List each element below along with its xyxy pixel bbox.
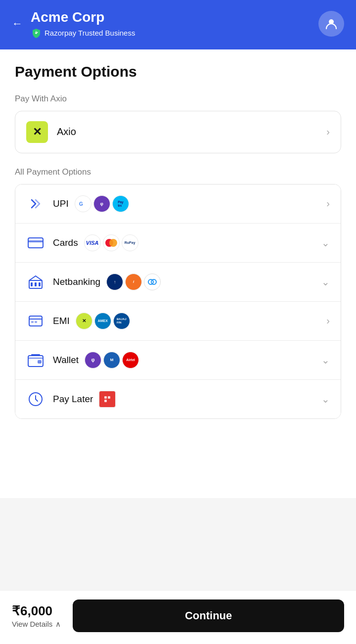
emi-icon [26, 312, 45, 330]
cards-logos: VISA RuPay [84, 234, 321, 251]
cards-label: Cards [53, 237, 78, 248]
footer: ₹6,000 View Details ∧ Continue [0, 590, 356, 644]
main-content: Payment Options Pay With Axio ✕ Axio › A… [0, 49, 356, 498]
mastercard-logo [103, 234, 120, 251]
axio-chevron-right: › [326, 126, 330, 138]
upi-label: UPI [53, 198, 69, 209]
wallet-airtel-logo: Airtel [122, 352, 139, 368]
axio-logo: ✕ [26, 121, 48, 143]
netbanking-icon [26, 273, 45, 291]
svg-rect-23 [104, 400, 107, 402]
svg-rect-22 [108, 396, 110, 399]
paylater-chevron: ⌄ [321, 393, 330, 405]
svg-rect-4 [28, 240, 43, 242]
all-payment-section-label: All Payment Options [15, 167, 341, 177]
svg-text:G: G [79, 201, 83, 207]
emi-amex-logo: AMEX [94, 313, 111, 329]
netbanking-label: Netbanking [53, 276, 100, 287]
continue-button[interactable]: Continue [73, 599, 344, 632]
svg-rect-3 [28, 238, 43, 248]
emi-bajaj-logo: BAJAJFIN [113, 313, 130, 329]
footer-amount: ₹6,000 [12, 603, 61, 619]
netbanking-logos: ↑ i [106, 274, 321, 290]
axio-label: Axio [57, 126, 326, 138]
paylater-lazypay-logo [99, 391, 116, 408]
upi-chevron: › [326, 198, 330, 209]
cards-icon [26, 233, 45, 252]
paylater-logos [99, 391, 321, 408]
header: ← Acme Corp Razorpay Trusted Business [0, 0, 356, 49]
paylater-label: Pay Later [53, 394, 93, 405]
user-icon [324, 17, 338, 31]
wallet-payment-row[interactable]: Wallet φ M Airtel ⌄ [15, 341, 341, 380]
nb-other-logo [144, 274, 161, 290]
wallet-label: Wallet [53, 355, 79, 366]
cards-chevron: ⌄ [321, 237, 330, 249]
emi-chevron: › [326, 315, 330, 326]
avatar-button[interactable] [318, 11, 344, 37]
paylater-payment-row[interactable]: Pay Later ⌄ [15, 380, 341, 418]
emi-label: EMI [53, 316, 70, 326]
svg-rect-16 [35, 321, 37, 323]
netbanking-payment-row[interactable]: Netbanking ↑ i ⌄ [15, 263, 341, 302]
paytm-logo: Paytm [112, 195, 129, 212]
wallet-chevron: ⌄ [321, 354, 330, 366]
page-title: Payment Options [15, 63, 341, 80]
wallet-icon [26, 351, 45, 369]
cards-payment-row[interactable]: Cards VISA RuPay ⌄ [15, 224, 341, 263]
footer-amount-block: ₹6,000 View Details ∧ [12, 603, 61, 629]
svg-rect-8 [31, 282, 33, 286]
svg-rect-20 [102, 394, 112, 404]
svg-rect-9 [35, 282, 37, 286]
header-left: ← Acme Corp Razorpay Trusted Business [12, 9, 135, 39]
wallet-logos: φ M Airtel [85, 352, 321, 368]
upi-logos: G φ Paytm [75, 195, 327, 212]
view-details-label: View Details [12, 620, 52, 628]
svg-rect-15 [31, 321, 34, 323]
axio-section-label: Pay With Axio [15, 94, 341, 104]
wallet-mobikwik-logo: M [103, 352, 120, 368]
view-details-button[interactable]: View Details ∧ [12, 620, 61, 629]
back-button[interactable]: ← [12, 18, 23, 29]
header-title-block: Acme Corp Razorpay Trusted Business [31, 9, 135, 39]
svg-rect-18 [38, 360, 42, 364]
razorpay-shield-icon [31, 28, 42, 39]
emi-logos: ✕ AMEX BAJAJFIN [76, 313, 327, 329]
upi-payment-row[interactable]: UPI G φ Paytm › [15, 184, 341, 224]
axio-payment-option[interactable]: ✕ Axio › [15, 111, 341, 153]
netbanking-chevron: ⌄ [321, 276, 330, 288]
chevron-up-icon: ∧ [55, 620, 61, 629]
upi-icon [26, 194, 45, 213]
svg-point-6 [109, 239, 117, 247]
emi-axio-logo: ✕ [76, 313, 92, 329]
header-subtitle: Razorpay Trusted Business [31, 28, 135, 39]
rupay-logo: RuPay [122, 234, 138, 251]
wallet-phonepe-logo: φ [85, 352, 101, 368]
visa-logo: VISA [84, 234, 101, 251]
emi-payment-row[interactable]: EMI ✕ AMEX BAJAJFIN › [15, 302, 341, 341]
payment-options-list: UPI G φ Paytm › [15, 184, 341, 419]
phonepe-logo: φ [93, 195, 110, 212]
svg-rect-10 [39, 282, 41, 286]
gpay-logo: G [75, 195, 91, 212]
paylater-icon [26, 390, 45, 409]
merchant-name: Acme Corp [31, 9, 135, 26]
svg-rect-21 [104, 396, 107, 399]
nb-paytm-logo: ↑ [106, 274, 123, 290]
trusted-business-label: Razorpay Trusted Business [44, 29, 135, 37]
nb-icici-logo: i [125, 274, 142, 290]
